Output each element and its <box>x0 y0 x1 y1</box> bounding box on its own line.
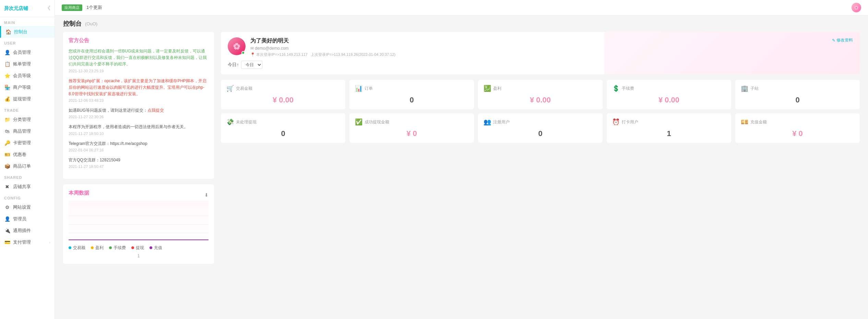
stat-value-recharge: ¥ 0 <box>741 129 854 138</box>
sidebar-item-withdrawal-manage[interactable]: 💰 提现管理 <box>0 93 55 105</box>
recharge-icon: 💴 <box>741 118 748 126</box>
stat-label-subsite: 子站 <box>750 86 759 91</box>
sidebar-item-label: 分类管理 <box>13 116 31 123</box>
legend-label-recharge: 充值 <box>154 245 162 251</box>
sidebar-item-site-settings[interactable]: ⚙ 网站设置 <box>0 201 55 213</box>
section-label-config: CONFIG <box>0 193 55 201</box>
notice-text-0: 您或许在使用过程会遇到一些BUG或未知问题，请一定要及时反馈，可以通过QQ群进行… <box>69 48 209 68</box>
notice-item-4: Telegram官方交流群：https://t.me/acgshop 2022-… <box>69 140 209 152</box>
right-panel: 🌸 为了美好的明天 ✉ demo@demo.com 📍 本次登录IP <box>221 32 860 264</box>
chart-page: 1 <box>69 254 209 258</box>
notice-item-1: 推荐安装php扩展：opcache，该扩展主要是为了加速和缓存PHP脚本，开启后… <box>69 78 209 103</box>
notice-time-4: 2022-01-04 06:27:16 <box>69 148 209 152</box>
stat-label-transaction: 交易金额 <box>236 86 252 91</box>
stat-card-punch-users: ⏰ 打卡用户 1 <box>607 113 731 143</box>
notice-text-2: 如遇BUG等问题反馈，请到这里进行提交：点我提交 <box>69 107 209 114</box>
stat-value-success-withdrawal: ¥ 0 <box>355 129 468 138</box>
legend-dot-withdrawal <box>131 246 134 249</box>
date-select[interactable]: 今日 本周 本月 全部 <box>241 61 262 69</box>
sidebar-item-member-level[interactable]: ⭐ 会员等级 <box>0 70 55 82</box>
stat-label-pending: 未处理提现 <box>236 119 257 125</box>
sidebar-item-label: 通用插件 <box>13 228 31 234</box>
profile-email: ✉ demo@demo.com <box>250 46 827 51</box>
notice-time-2: 2021-11-27 22:30:26 <box>69 115 209 119</box>
stat-value-orders: 0 <box>355 96 468 105</box>
sidebar-item-category-manage[interactable]: 📁 分类管理 <box>0 114 55 125</box>
page-content: 官方公告 您或许在使用过程会遇到一些BUG或未知问题，请一定要及时反馈，可以通过… <box>55 32 868 319</box>
stat-icon-row-pending: 💸 未处理提现 <box>226 118 340 126</box>
submit-link[interactable]: 点我提交 <box>147 108 164 113</box>
chart-legend: 交易额 盈利 手续费 提现 <box>69 242 209 251</box>
sidebar-item-card-manage[interactable]: 🔑 卡密管理 <box>0 137 55 149</box>
page-number: 1 <box>138 254 140 258</box>
transaction-icon: 🛒 <box>226 85 234 92</box>
pending-withdrawal-icon: 💸 <box>226 118 234 126</box>
chevron-right-icon: › <box>49 240 50 244</box>
sidebar-item-merchant-level[interactable]: 🏪 商户等级 <box>0 82 55 93</box>
profile-avatar: 🌸 <box>228 37 246 55</box>
stat-label-registered: 注册用户 <box>493 119 510 125</box>
registered-users-icon: 👥 <box>484 118 491 126</box>
update-count-text: 1个更新 <box>86 4 102 11</box>
edit-profile-button[interactable]: ✎ 修改资料 <box>832 37 853 43</box>
stat-icon-row-punch: ⏰ 打卡用户 <box>612 118 726 126</box>
sidebar-item-store-share[interactable]: ✖ 店铺共享 <box>0 181 55 193</box>
weekly-card: 本周数据 ⬇ <box>63 184 214 264</box>
sidebar-item-plugins[interactable]: 🔌 通用插件 <box>0 225 55 236</box>
stat-icon-row-fee: 💲 手续费 <box>612 85 726 92</box>
stat-card-success-withdrawal: ✅ 成功提现金额 ¥ 0 <box>349 113 474 143</box>
sidebar-item-member-manage[interactable]: 👤 会员管理 <box>0 47 55 58</box>
section-label-trade: TRADE <box>0 105 55 114</box>
notice-item-0: 您或许在使用过程会遇到一些BUG或未知问题，请一定要及时反馈，可以通过QQ群进行… <box>69 48 209 73</box>
sidebar-item-payment-manage[interactable]: 💳 支付管理 › <box>0 236 55 248</box>
sidebar-item-account-manage[interactable]: 📋 账单管理 <box>0 58 55 70</box>
notice-item-5: 官方QQ交流群：128215049 2021-11-27 18:50:47 <box>69 157 209 169</box>
goods-icon: 🛍 <box>4 128 10 134</box>
download-icon[interactable]: ⬇ <box>204 192 209 198</box>
dashboard-icon: 🏠 <box>5 29 11 35</box>
legend-dot-transaction <box>69 246 71 249</box>
stat-value-subsite: 0 <box>741 96 854 105</box>
stat-card-registered-users: 👥 注册用户 0 <box>478 113 603 143</box>
stat-card-transaction: 🛒 交易金额 ¥ 0.00 <box>221 80 345 109</box>
notice-text-5: 官方QQ交流群：128215049 <box>69 157 209 163</box>
stats-grid-bottom: 💸 未处理提现 0 ✅ 成功提现金额 ¥ 0 <box>221 113 860 143</box>
notice-item-3: 本程序为开源程序，使用者造成的一切违法使用后果与作者无关。 2021-11-27… <box>69 124 209 135</box>
sidebar-item-goods-manage[interactable]: 🛍 商品管理 <box>0 125 55 137</box>
sidebar-collapse-button[interactable]: 《 <box>45 5 50 12</box>
profile-card: 🌸 为了美好的明天 ✉ demo@demo.com 📍 本次登录IP <box>221 32 860 74</box>
stat-value-profit: ¥ 0.00 <box>484 96 597 105</box>
sidebar-item-dashboard[interactable]: 🏠 控制台 <box>0 26 55 38</box>
notice-text-1: 推荐安装php扩展：opcache，该扩展主要是为了加速和缓存PHP脚本，开启后… <box>69 78 209 98</box>
date-label: 今日↑ <box>228 62 239 68</box>
sidebar-header: 异次元店铺 《 <box>0 0 55 17</box>
sidebar-item-label: 账单管理 <box>13 61 31 67</box>
sidebar-item-coupon[interactable]: 🎫 优惠卷 <box>0 149 55 160</box>
edit-label: 修改资料 <box>836 37 853 43</box>
category-icon: 📁 <box>4 117 10 122</box>
merchant-level-icon: 🏪 <box>4 85 10 90</box>
fee-icon: 💲 <box>612 85 620 92</box>
notice-time-5: 2021-11-27 18:50:47 <box>69 164 209 169</box>
legend-dot-profit <box>91 246 94 249</box>
sidebar-item-label: 支付管理 <box>13 239 31 245</box>
sidebar: 异次元店铺 《 MAIN 🏠 控制台 USER 👤 会员管理 📋 账单管理 ⭐ … <box>0 0 55 319</box>
avatar[interactable]: 🌸 <box>852 3 861 12</box>
sidebar-item-label: 商品订单 <box>13 163 31 169</box>
online-indicator <box>241 51 245 54</box>
member-level-icon: ⭐ <box>4 73 10 78</box>
email-icon: ✉ <box>250 46 254 51</box>
goods-order-icon: 📦 <box>4 163 10 169</box>
profile-top: 🌸 为了美好的明天 ✉ demo@demo.com 📍 本次登录IP <box>228 37 853 57</box>
sidebar-item-label: 网站设置 <box>13 204 31 210</box>
app-store-badge[interactable]: 应用商店 <box>62 4 82 11</box>
site-settings-icon: ⚙ <box>4 205 10 210</box>
notice-text-3: 本程序为开源程序，使用者造成的一切违法使用后果与作者无关。 <box>69 124 209 130</box>
sidebar-item-label: 会员等级 <box>13 73 31 79</box>
sidebar-item-label: 商品管理 <box>13 128 31 134</box>
sidebar-item-goods-order[interactable]: 📦 商品订单 <box>0 160 55 172</box>
notice-title: 官方公告 <box>69 37 209 44</box>
chart-area <box>69 200 209 242</box>
sidebar-item-admin[interactable]: 👤 管理员 <box>0 213 55 225</box>
account-icon: 📋 <box>4 61 10 67</box>
